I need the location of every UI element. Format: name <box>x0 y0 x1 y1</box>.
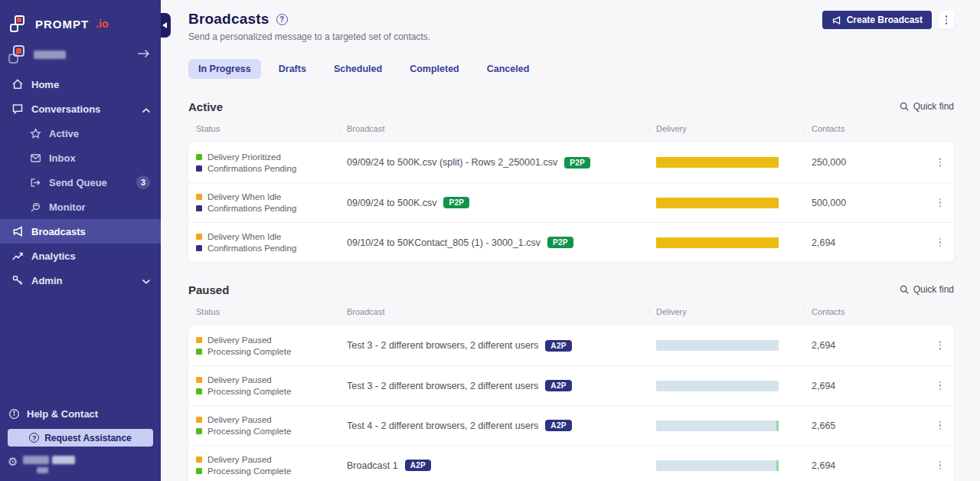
table-row[interactable]: Delivery Paused Processing Complete Broa… <box>188 445 954 481</box>
sidebar-footer: Help & Contact Request Assistance ⚙ <box>0 403 161 473</box>
table-row[interactable]: Delivery When Idle Confirmations Pending… <box>188 222 954 262</box>
sidebar-item-analytics[interactable]: Analytics <box>0 244 161 268</box>
create-broadcast-button[interactable]: Create Broadcast <box>822 11 932 29</box>
delivery-progress-bar <box>656 460 779 471</box>
sidebar-item-conversations[interactable]: Conversations <box>0 97 161 121</box>
sidebar-item-label: Home <box>31 79 59 90</box>
contacts-count: 500,000 <box>804 198 932 208</box>
contacts-count: 250,000 <box>804 157 932 168</box>
redacted-org-name <box>34 51 66 59</box>
table-row[interactable]: Delivery Prioritized Confirmations Pendi… <box>188 142 954 182</box>
tab-completed[interactable]: Completed <box>400 59 469 79</box>
active-section-header: Active Quick find <box>188 98 954 115</box>
contacts-count: 2,694 <box>804 340 932 351</box>
tab-scheduled[interactable]: Scheduled <box>324 59 392 79</box>
status-label: Delivery When Idle <box>207 192 282 201</box>
table-row[interactable]: Delivery Paused Processing Complete Test… <box>188 365 954 405</box>
chevron-up-icon[interactable] <box>142 103 150 115</box>
sidebar-item-active[interactable]: Active <box>0 121 161 146</box>
broadcast-name: Broadcast 1 <box>347 460 398 471</box>
chat-icon <box>11 103 24 115</box>
status-label: Processing Complete <box>207 387 291 396</box>
quick-find-label: Quick find <box>913 101 954 112</box>
page-header: Broadcasts Send a personalized message t… <box>161 0 980 42</box>
route-type-badge: A2P <box>545 420 571 431</box>
route-type-badge: P2P <box>547 237 573 248</box>
table-row[interactable]: Delivery Paused Processing Complete Test… <box>188 326 954 365</box>
send-queue-icon <box>30 177 41 188</box>
column-header-contacts: Contacts <box>804 307 932 316</box>
delivery-progress-bar <box>656 381 779 391</box>
broadcast-name: Test 4 - 2 different browsers, 2 differe… <box>347 420 538 431</box>
status-cell: Delivery Paused Processing Complete <box>188 415 339 436</box>
tab-canceled[interactable]: Canceled <box>477 59 540 79</box>
delivery-cell <box>648 157 804 168</box>
row-kebab-menu[interactable] <box>932 151 949 174</box>
delivery-progress-bar <box>656 237 779 248</box>
column-header-delivery: Delivery <box>648 307 804 316</box>
route-type-badge: A2P <box>545 340 571 352</box>
sidebar-item-label: Broadcasts <box>31 226 86 237</box>
row-kebab-menu[interactable] <box>932 191 949 214</box>
quick-find-active[interactable]: Quick find <box>900 101 954 112</box>
broadcast-name: Test 3 - 2 different browsers, 2 differe… <box>347 381 538 391</box>
table-row[interactable]: Delivery Paused Processing Complete Test… <box>188 405 954 445</box>
row-kebab-menu[interactable] <box>932 231 949 254</box>
route-type-badge: A2P <box>545 380 571 391</box>
row-kebab-menu[interactable] <box>932 375 949 398</box>
status-label: Delivery Prioritized <box>207 152 281 162</box>
row-kebab-menu[interactable] <box>932 334 949 357</box>
tab-drafts[interactable]: Drafts <box>269 59 316 79</box>
status-cell: Delivery Paused Processing Complete <box>188 335 339 356</box>
status-label: Delivery When Idle <box>207 232 282 241</box>
delivery-cell <box>648 198 804 208</box>
logo-mark-icon <box>10 15 28 32</box>
paused-table-headers: Status Broadcast Delivery Contacts <box>188 298 954 326</box>
status-cell: Delivery Paused Processing Complete <box>188 455 339 476</box>
broadcast-name: 09/10/24 to 50KContact_805 (1) - 3000_1.… <box>347 237 541 248</box>
org-selector[interactable] <box>8 43 150 66</box>
status-square-icon <box>196 388 202 394</box>
delivery-cell <box>648 381 804 391</box>
broadcast-cell: 09/10/24 to 50KContact_805 (1) - 3000_1.… <box>339 237 648 248</box>
status-cell: Delivery Paused Processing Complete <box>188 375 339 396</box>
status-cell: Delivery Prioritized Confirmations Pendi… <box>188 152 339 173</box>
broadcast-cell: 09/09/24 to 500K.csv (split) - Rows 2_25… <box>339 157 648 169</box>
logo-text: PROMPT <box>35 18 89 31</box>
sidebar-item-broadcasts[interactable]: Broadcasts <box>0 219 161 244</box>
status-square-icon <box>196 417 202 423</box>
row-kebab-menu[interactable] <box>932 454 949 477</box>
status-label: Confirmations Pending <box>207 244 296 253</box>
status-square-icon <box>196 337 202 343</box>
tab-in-progress[interactable]: In Progress <box>188 59 261 79</box>
sidebar-item-inbox[interactable]: Inbox <box>0 146 161 170</box>
star-icon <box>30 128 41 139</box>
paused-section-header: Paused Quick find <box>188 281 954 298</box>
quick-find-paused[interactable]: Quick find <box>900 284 954 295</box>
page-kebab-menu[interactable] <box>939 11 954 29</box>
org-icon <box>8 44 28 64</box>
create-broadcast-label: Create Broadcast <box>847 15 923 25</box>
title-help-icon[interactable] <box>276 14 288 25</box>
gear-icon[interactable]: ⚙ <box>8 456 18 467</box>
request-assistance-button[interactable]: Request Assistance <box>8 429 153 447</box>
sidebar-item-label: Send Queue <box>49 177 107 188</box>
sidebar-item-admin[interactable]: Admin <box>0 268 161 293</box>
broadcast-cell: 09/09/24 to 500K.csv P2P <box>339 197 648 208</box>
broadcast-name: Test 3 - 2 different browsers, 2 differe… <box>347 340 538 351</box>
table-row[interactable]: Delivery When Idle Confirmations Pending… <box>188 182 954 222</box>
user-settings-row[interactable]: ⚙ <box>0 454 161 473</box>
main-content: Broadcasts Send a personalized message t… <box>161 0 980 481</box>
status-label: Delivery Paused <box>207 415 272 424</box>
section-title-paused: Paused <box>188 283 229 296</box>
chevron-down-icon[interactable] <box>142 275 150 286</box>
sidebar-item-send-queue[interactable]: Send Queue 3 <box>0 170 161 195</box>
status-label: Delivery Paused <box>207 375 272 384</box>
help-contact-link[interactable]: Help & Contact <box>0 403 161 424</box>
envelope-icon <box>30 152 41 164</box>
row-kebab-menu[interactable] <box>932 414 949 437</box>
send-queue-count-badge: 3 <box>136 175 150 189</box>
sidebar-item-home[interactable]: Home <box>0 72 161 97</box>
arrow-right-icon[interactable] <box>138 47 150 61</box>
sidebar-item-monitor[interactable]: Monitor <box>0 195 161 219</box>
